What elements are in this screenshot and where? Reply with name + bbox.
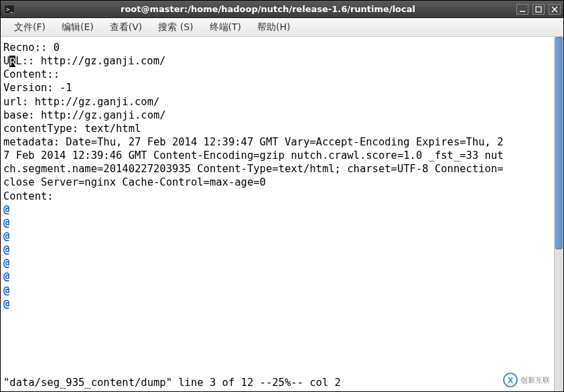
- window-title: root@master:/home/hadoop/nutch/release-1…: [19, 4, 516, 14]
- scrollbar-thumb[interactable]: [555, 37, 563, 249]
- terminal-empty-line: @: [3, 257, 551, 270]
- terminal-empty-line: @: [3, 270, 551, 283]
- menu-help[interactable]: 帮助(H): [249, 19, 298, 36]
- menubar: 文件(F) 编辑(E) 查看(V) 搜索 (S) 终端(T) 帮助(H): [1, 18, 563, 37]
- watermark-icon: X: [503, 373, 518, 387]
- maximize-button[interactable]: [533, 4, 545, 15]
- svg-rect-3: [536, 7, 541, 12]
- terminal-line: Version: -1: [3, 81, 551, 94]
- editor-status-line: "data/seg_935_content/dump" line 3 of 12…: [3, 377, 341, 389]
- terminal-line: close Server=nginx Cache-Control=max-age…: [3, 176, 551, 189]
- text-cursor: R: [9, 56, 15, 67]
- terminal-line: base: http://gz.ganji.com/: [3, 109, 551, 122]
- terminal-empty-line: @: [3, 284, 551, 298]
- terminal-line: Content:: [3, 190, 551, 203]
- terminal-line: 7 Feb 2014 12:39:46 GMT Content-Encoding…: [3, 149, 551, 162]
- watermark-text: 创新互联: [520, 375, 550, 385]
- terminal-line: Content::: [3, 68, 551, 81]
- terminal-icon: >_: [3, 3, 15, 15]
- menu-edit[interactable]: 编辑(E): [54, 19, 102, 36]
- terminal-empty-line: @: [3, 230, 551, 243]
- terminal-line: URL:: http://gz.ganji.com/: [3, 54, 551, 68]
- terminal-empty-line: @: [3, 298, 551, 311]
- watermark: X 创新互联: [503, 373, 550, 387]
- menu-file[interactable]: 文件(F): [6, 19, 54, 36]
- terminal-content[interactable]: Recno:: 0URL:: http://gz.ganji.com/Conte…: [1, 37, 554, 391]
- terminal-line: metadata: Date=Thu, 27 Feb 2014 12:39:47…: [3, 135, 551, 149]
- vertical-scrollbar[interactable]: [554, 37, 563, 391]
- svg-text:>_: >_: [6, 6, 13, 13]
- terminal-line: ch.segment.name=20140227203935 Content-T…: [3, 162, 551, 176]
- terminal-empty-line: @: [3, 203, 551, 216]
- menu-terminal[interactable]: 终端(T): [202, 19, 249, 36]
- terminal-empty-line: @: [3, 243, 551, 257]
- terminal-line: Recno:: 0: [3, 41, 551, 54]
- terminal-area[interactable]: Recno:: 0URL:: http://gz.ganji.com/Conte…: [1, 37, 563, 391]
- terminal-empty-line: @: [3, 216, 551, 230]
- menu-search[interactable]: 搜索 (S): [150, 19, 201, 36]
- close-button[interactable]: [549, 4, 561, 15]
- minimize-button[interactable]: [516, 4, 528, 15]
- terminal-line: url: http://gz.ganji.com/: [3, 95, 551, 109]
- menu-view[interactable]: 查看(V): [102, 19, 151, 36]
- window-controls: [516, 4, 561, 15]
- terminal-line: contentType: text/html: [3, 122, 551, 135]
- window-titlebar: >_ root@master:/home/hadoop/nutch/releas…: [1, 1, 563, 18]
